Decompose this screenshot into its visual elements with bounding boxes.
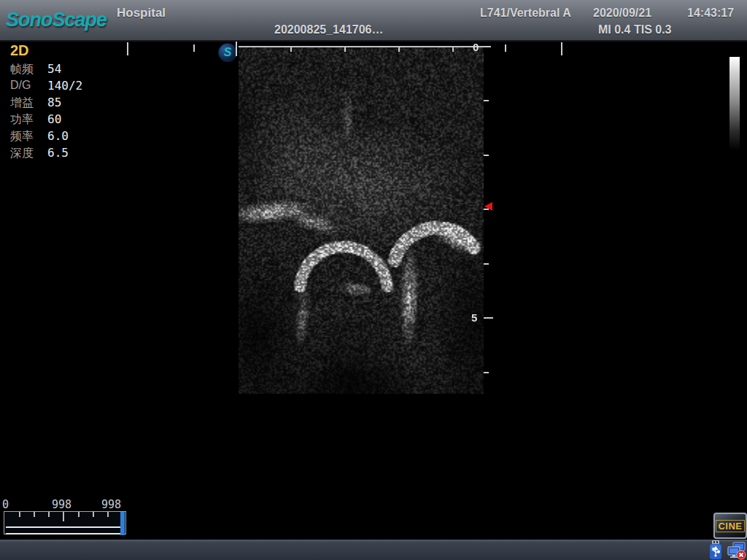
depth-tick [484,155,489,156]
cine-count-label: 998 [52,498,71,511]
cine-tick [107,512,109,517]
ruler-tick [344,47,346,52]
ruler-tick [561,42,562,55]
cine-button-label: CINE [716,520,744,532]
grayscale-bar [729,57,740,150]
param-value: 6.5 [47,146,69,160]
width-ruler-line [239,46,484,47]
cine-tick [78,512,80,517]
param-row-gain: 增益 85 [10,96,134,112]
param-value: 140/2 [47,79,82,93]
param-row-dg: D/G 140/2 [10,79,134,96]
cine-tick [63,512,64,521]
cine-total-label: 998 [101,498,121,511]
depth-tick [484,317,493,319]
depth-tick [484,46,491,47]
ruler-tick [127,42,128,55]
ruler-tick [398,47,400,52]
depth-label-5: 5 [471,311,477,324]
exam-id: 20200825_141706… [274,23,383,36]
cine-tick [34,512,35,517]
cine-position-handle[interactable] [120,512,125,535]
ruler-tick [290,47,292,52]
param-value: 85 [47,96,61,109]
param-row-depth: 深度 6.5 [10,146,134,163]
ruler-tick [452,47,454,52]
clock-time: 14:43:17 [687,7,734,20]
param-row-framerate: 帧频 54 [10,62,134,79]
param-label: 频率 [10,129,34,144]
ruler-tick [236,42,237,56]
status-bar [0,540,747,560]
network-disconnected-icon[interactable] [726,542,746,560]
param-label: 功率 [10,112,34,128]
ruler-tick [505,44,506,52]
param-value: 54 [47,62,61,76]
depth-tick [484,372,489,373]
mode-label: 2D [10,42,29,59]
brand-logo: SonoScape [6,9,107,31]
param-label: 深度 [10,146,34,161]
param-row-power: 功率 60 [10,112,134,129]
s-badge-icon: S [218,43,237,62]
probe-preset: L741/Vertebral A [480,7,571,20]
cine-tick [93,512,94,517]
hospital-name: Hospital [117,6,166,20]
cine-scrubber[interactable] [4,511,126,534]
ultrasound-app: SonoScape Hospital L741/Vertebral A 2020… [0,0,747,560]
param-value: 60 [47,112,61,126]
mi-tis-readout: MI 0.4 TIS 0.3 [598,23,671,36]
ruler-tick [193,44,195,52]
param-label: 帧频 [10,62,34,77]
exam-date: 2020/09/21 [593,7,651,20]
ultrasound-image [239,46,484,394]
param-value: 6.0 [47,129,69,143]
param-row-frequency: 频率 6.0 [10,129,134,146]
header-bar: SonoScape Hospital L741/Vertebral A 2020… [0,0,747,42]
cine-button[interactable]: CINE [713,513,747,539]
usb-icon[interactable] [708,540,723,559]
depth-label-0: 0 [473,41,479,53]
focus-marker-icon [484,202,492,211]
cine-tick [19,512,20,517]
param-label: D/G [10,79,31,92]
param-label: 增益 [10,96,34,111]
depth-tick [484,100,489,101]
cine-start-label: 0 [2,498,9,511]
cine-track [6,526,121,534]
cine-tick [48,512,50,517]
depth-tick [484,263,489,265]
